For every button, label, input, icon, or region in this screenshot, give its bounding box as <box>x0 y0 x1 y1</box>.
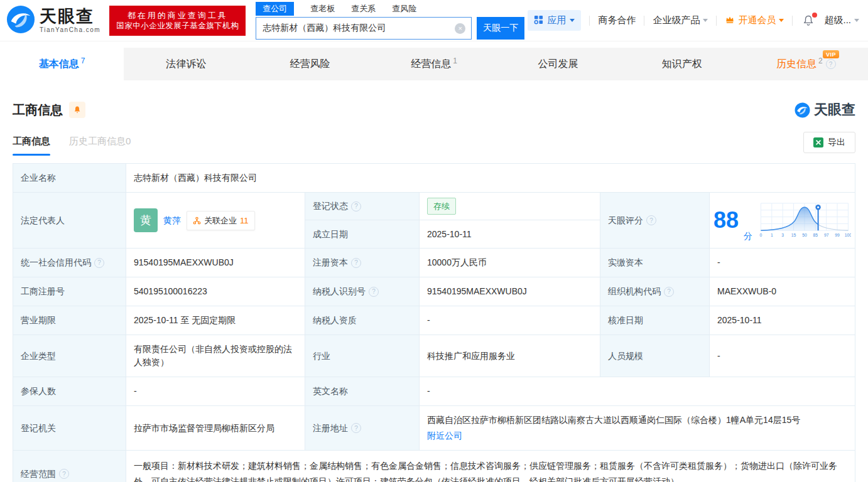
tab-legal-lawsuits[interactable]: 法律诉讼 <box>124 48 247 80</box>
question-icon[interactable] <box>369 287 379 297</box>
tab-history-info[interactable]: VIP 历史信息 2 <box>744 48 868 80</box>
svg-text:15: 15 <box>791 233 796 237</box>
question-icon[interactable] <box>664 287 674 297</box>
search-button[interactable]: 天眼一下 <box>477 17 524 40</box>
staff-size-label: 人员规模 <box>600 335 710 377</box>
status-badge: 存续 <box>427 198 456 215</box>
divider <box>716 16 717 26</box>
question-icon[interactable] <box>351 258 361 268</box>
question-icon[interactable] <box>94 258 104 268</box>
bell-icon <box>73 105 82 114</box>
grid-icon <box>534 15 543 26</box>
table-row: 经营范围 一般项目：新材料技术研发；建筑材料销售；金属结构销售；有色金属合金销售… <box>13 451 855 482</box>
score-number: 88 <box>713 209 739 232</box>
paid-capital-label: 实缴资本 <box>600 249 710 277</box>
table-row: 法定代表人 黄 黄萍 关联企业 11 登记状态 存续 成立日期 2025-10-… <box>13 193 855 249</box>
tab-basic-info[interactable]: 基本信息 7 <box>0 48 124 80</box>
svg-text:99: 99 <box>835 233 840 237</box>
tab-company-development[interactable]: 公司发展 <box>496 48 620 80</box>
business-term-label: 营业期限 <box>13 306 126 335</box>
vip-badge: VIP <box>823 50 839 58</box>
search-tab-risk[interactable]: 查风险 <box>392 3 416 14</box>
svg-text:50: 50 <box>802 233 807 237</box>
tab-count: 1 <box>453 56 457 65</box>
tab-label: 法律诉讼 <box>166 58 206 71</box>
nearby-companies-link[interactable]: 附近公司 <box>427 429 462 442</box>
chevron-down-icon <box>854 19 859 22</box>
approval-date-label: 核准日期 <box>600 306 710 335</box>
label-text: 组织机构代码 <box>608 285 661 298</box>
question-icon[interactable] <box>351 201 361 212</box>
score-unit: 分 <box>744 230 752 243</box>
tab-business-info[interactable]: 经营信息 1 <box>372 48 496 80</box>
credit-code-label: 统一社会信用代码 <box>13 249 126 277</box>
reg-address-value: 西藏自治区拉萨市柳梧新区团结路以南察古大道以西顺通岗仁国际（综合楼）1幢A单元1… <box>420 406 855 450</box>
menu-cooperation[interactable]: 商务合作 <box>598 14 636 26</box>
apps-menu[interactable]: 应用 <box>528 10 581 31</box>
legal-rep-name-link[interactable]: 黄萍 <box>163 214 181 227</box>
reg-status-label: 登记状态 <box>305 193 420 220</box>
svg-text:3: 3 <box>781 233 784 237</box>
tab-label: 经营信息 <box>411 58 451 71</box>
svg-text:100: 100 <box>845 233 851 237</box>
notification-bell[interactable] <box>801 14 816 27</box>
promo-line1: 都在用的商业查询工具 <box>116 10 239 21</box>
score-axis-labels: 0 1 3 15 50 85 97 99 100 <box>760 233 851 237</box>
question-icon[interactable] <box>59 469 69 479</box>
tab-label: 经营风险 <box>290 58 330 71</box>
logo-domain: TianYanCha.com <box>40 27 100 33</box>
question-icon[interactable] <box>646 215 656 225</box>
company-type-label: 企业类型 <box>13 335 126 377</box>
reg-address-label: 注册地址 <box>305 406 420 450</box>
subtab-history-registration[interactable]: 历史工商信息0 <box>69 136 131 156</box>
divider <box>644 16 644 26</box>
label-text: 天眼评分 <box>608 214 643 227</box>
enterprise-label: 企业级产品 <box>653 14 700 26</box>
score-value[interactable]: 88 分 <box>710 193 855 248</box>
promo-banner: 都在用的商业查询工具 国家中小企业发展子基金旗下机构 <box>109 6 246 36</box>
table-row: 营业期限 2025-10-11 至 无固定期限 纳税人资质 - 核准日期 202… <box>13 306 855 335</box>
search-tab-company[interactable]: 查公司 <box>256 2 294 16</box>
clear-icon[interactable] <box>455 23 465 34</box>
menu-super-vip[interactable]: 超级... <box>824 14 859 26</box>
related-company-icon <box>193 217 201 225</box>
search-tab-boss[interactable]: 查老板 <box>310 3 335 14</box>
chevron-down-icon <box>703 19 708 22</box>
menu-enterprise[interactable]: 企业级产品 <box>653 14 708 26</box>
menu-open-vip[interactable]: 开通会员 <box>725 14 784 26</box>
subtab-business-registration[interactable]: 工商信息 <box>13 136 50 156</box>
tab-intellectual-property[interactable]: 知识产权 <box>620 48 744 80</box>
question-icon[interactable] <box>826 59 836 69</box>
table-row: 参保人数 - 英文名称 - <box>13 377 855 406</box>
export-button[interactable]: 导出 <box>803 132 855 153</box>
tab-label: 公司发展 <box>538 58 578 71</box>
business-info-table: 企业名称 志特新材（西藏）科技有限公司 法定代表人 黄 黄萍 关联企业 11 登… <box>13 163 855 482</box>
avatar[interactable]: 黄 <box>134 208 158 232</box>
label-text: 登记状态 <box>313 200 348 213</box>
english-name-label: 英文名称 <box>305 377 420 405</box>
taxpayer-quality-label: 纳税人资质 <box>305 306 420 335</box>
reg-capital-label: 注册资本 <box>305 249 420 277</box>
related-companies-chip[interactable]: 关联企业 11 <box>187 211 255 230</box>
taxpayer-quality-value: - <box>420 306 600 335</box>
subscribe-bell-button[interactable] <box>69 102 85 118</box>
search-tab-relation[interactable]: 查关系 <box>351 3 376 14</box>
question-icon[interactable] <box>351 423 361 433</box>
tianyancha-logo[interactable]: 天眼查 TianYanCha.com <box>6 5 100 36</box>
table-row: 登记机关 拉萨市市场监督管理局柳梧新区分局 注册地址 西藏自治区拉萨市柳梧新区团… <box>13 406 855 451</box>
reg-number-label: 工商注册号 <box>13 277 126 306</box>
staff-size-value: - <box>710 335 855 377</box>
tab-business-risk[interactable]: 经营风险 <box>248 48 372 80</box>
legal-rep-value: 黄 黄萍 关联企业 11 <box>126 193 305 248</box>
label-text: 统一社会信用代码 <box>21 256 91 269</box>
industry-label: 行业 <box>305 335 420 377</box>
reg-address-text: 西藏自治区拉萨市柳梧新区团结路以南察古大道以西顺通岗仁国际（综合楼）1幢A单元1… <box>427 414 800 427</box>
industry-value: 科技推广和应用服务业 <box>420 335 600 377</box>
search-input[interactable] <box>256 18 471 39</box>
open-vip-label: 开通会员 <box>738 14 776 26</box>
watermark-text: 天眼查 <box>814 100 855 119</box>
legal-rep-label: 法定代表人 <box>13 193 126 248</box>
establish-date-value: 2025-10-11 <box>420 220 600 248</box>
section-title: 工商信息 <box>13 102 63 119</box>
taxpayer-id-value: 91540195MAEXXWUB0J <box>420 277 600 306</box>
